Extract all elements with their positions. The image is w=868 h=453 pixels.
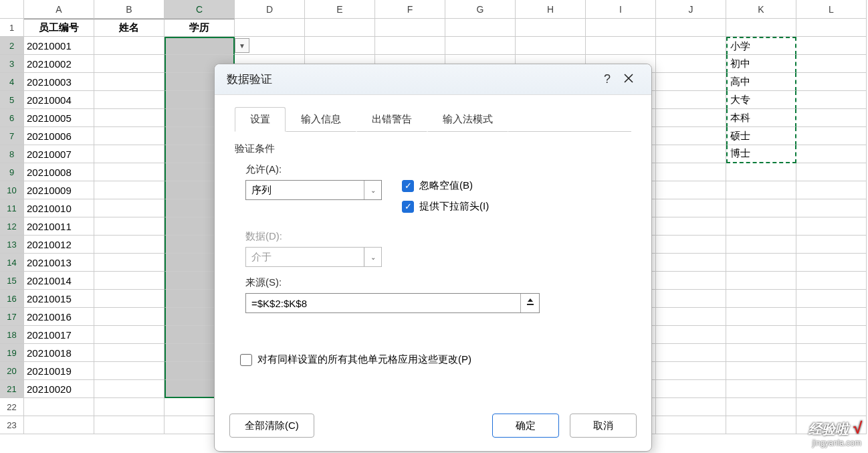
cell-A4[interactable]: 20210003 <box>24 73 94 91</box>
cell-A11[interactable]: 20210010 <box>24 199 94 217</box>
tab-error-alert[interactable]: 出错警告 <box>356 107 427 132</box>
cell-K14[interactable] <box>726 254 796 272</box>
cell-J21[interactable] <box>656 380 726 398</box>
column-header-E[interactable]: E <box>305 0 375 19</box>
row-header-21[interactable]: 21 <box>0 380 24 398</box>
cell-B7[interactable] <box>94 127 165 145</box>
cell-A2[interactable]: 20210001 <box>24 37 94 55</box>
column-header-F[interactable]: F <box>375 0 445 19</box>
cell-J8[interactable] <box>656 145 726 163</box>
cell-I1[interactable] <box>586 19 656 37</box>
cell-K1[interactable] <box>726 19 796 37</box>
cell-B8[interactable] <box>94 145 165 163</box>
row-header-17[interactable]: 17 <box>0 308 24 326</box>
cell-L6[interactable] <box>796 109 867 127</box>
cell-B21[interactable] <box>94 380 165 398</box>
row-header-2[interactable]: 2 <box>0 37 24 55</box>
cell-J23[interactable] <box>656 416 726 434</box>
cell-A20[interactable]: 20210019 <box>24 362 94 380</box>
cell-A17[interactable]: 20210016 <box>24 308 94 326</box>
row-header-15[interactable]: 15 <box>0 272 24 290</box>
cell-K11[interactable] <box>726 199 796 217</box>
column-header-A[interactable]: A <box>24 0 94 19</box>
cell-J1[interactable] <box>656 19 726 37</box>
cell-J14[interactable] <box>656 254 726 272</box>
in-cell-dropdown-checkbox[interactable]: ✓ <box>402 201 414 213</box>
cell-A6[interactable]: 20210005 <box>24 109 94 127</box>
cell-L19[interactable] <box>796 344 867 362</box>
cell-K17[interactable] <box>726 308 796 326</box>
cell-K13[interactable] <box>726 236 796 254</box>
cell-A7[interactable]: 20210006 <box>24 127 94 145</box>
cell-B15[interactable] <box>94 272 165 290</box>
cell-J11[interactable] <box>656 199 726 217</box>
cell-J17[interactable] <box>656 308 726 326</box>
cell-A18[interactable]: 20210017 <box>24 326 94 344</box>
cell-B10[interactable] <box>94 181 165 199</box>
tab-settings[interactable]: 设置 <box>235 107 286 132</box>
cell-G1[interactable] <box>445 19 516 37</box>
row-header-8[interactable]: 8 <box>0 145 24 163</box>
cell-B20[interactable] <box>94 362 165 380</box>
cell-K22[interactable] <box>726 398 796 416</box>
cell-E2[interactable] <box>305 37 375 55</box>
row-header-13[interactable]: 13 <box>0 236 24 254</box>
cancel-button[interactable]: 取消 <box>570 414 637 438</box>
cell-J2[interactable] <box>656 37 726 55</box>
cell-A1[interactable]: 员工编号 <box>24 19 94 37</box>
cell-L3[interactable] <box>796 55 867 73</box>
cell-B17[interactable] <box>94 308 165 326</box>
cell-J20[interactable] <box>656 362 726 380</box>
cell-K3[interactable]: 初中 <box>726 55 796 73</box>
ignore-blank-checkbox[interactable]: ✓ <box>402 180 414 192</box>
cell-H1[interactable] <box>516 19 586 37</box>
cell-K4[interactable]: 高中 <box>726 73 796 91</box>
row-header-4[interactable]: 4 <box>0 73 24 91</box>
row-header-7[interactable]: 7 <box>0 127 24 145</box>
cell-J10[interactable] <box>656 181 726 199</box>
row-header-11[interactable]: 11 <box>0 199 24 217</box>
cell-B18[interactable] <box>94 326 165 344</box>
column-header-K[interactable]: K <box>726 0 796 19</box>
column-header-I[interactable]: I <box>586 0 656 19</box>
cell-A21[interactable]: 20210020 <box>24 380 94 398</box>
row-header-12[interactable]: 12 <box>0 217 24 236</box>
cell-J13[interactable] <box>656 236 726 254</box>
cell-A3[interactable]: 20210002 <box>24 55 94 73</box>
cell-L21[interactable] <box>796 380 867 398</box>
row-header-23[interactable]: 23 <box>0 416 24 434</box>
cell-L12[interactable] <box>796 217 867 236</box>
select-all-corner[interactable] <box>0 0 24 19</box>
row-header-19[interactable]: 19 <box>0 344 24 362</box>
cell-K19[interactable] <box>726 344 796 362</box>
cell-A22[interactable] <box>24 398 94 416</box>
cell-L7[interactable] <box>796 127 867 145</box>
allow-combo[interactable]: 序列 ⌄ <box>245 180 382 200</box>
tab-ime-mode[interactable]: 输入法模式 <box>427 107 508 132</box>
cell-A8[interactable]: 20210007 <box>24 145 94 163</box>
cell-B19[interactable] <box>94 344 165 362</box>
cell-L2[interactable] <box>796 37 867 55</box>
cell-K9[interactable] <box>726 163 796 181</box>
cell-J22[interactable] <box>656 398 726 416</box>
cell-J12[interactable] <box>656 217 726 236</box>
cell-L1[interactable] <box>796 19 867 37</box>
row-header-20[interactable]: 20 <box>0 362 24 380</box>
cell-F1[interactable] <box>375 19 445 37</box>
row-header-5[interactable]: 5 <box>0 91 24 109</box>
cell-L20[interactable] <box>796 362 867 380</box>
row-header-3[interactable]: 3 <box>0 55 24 73</box>
row-header-6[interactable]: 6 <box>0 109 24 127</box>
cell-J7[interactable] <box>656 127 726 145</box>
cell-K10[interactable] <box>726 181 796 199</box>
cell-L14[interactable] <box>796 254 867 272</box>
cell-A14[interactable]: 20210013 <box>24 254 94 272</box>
cell-L8[interactable] <box>796 145 867 163</box>
cell-B3[interactable] <box>94 55 165 73</box>
cell-A9[interactable]: 20210008 <box>24 163 94 181</box>
cell-L9[interactable] <box>796 163 867 181</box>
row-header-10[interactable]: 10 <box>0 181 24 199</box>
cell-L15[interactable] <box>796 272 867 290</box>
cell-A10[interactable]: 20210009 <box>24 181 94 199</box>
cell-D1[interactable] <box>235 19 305 37</box>
